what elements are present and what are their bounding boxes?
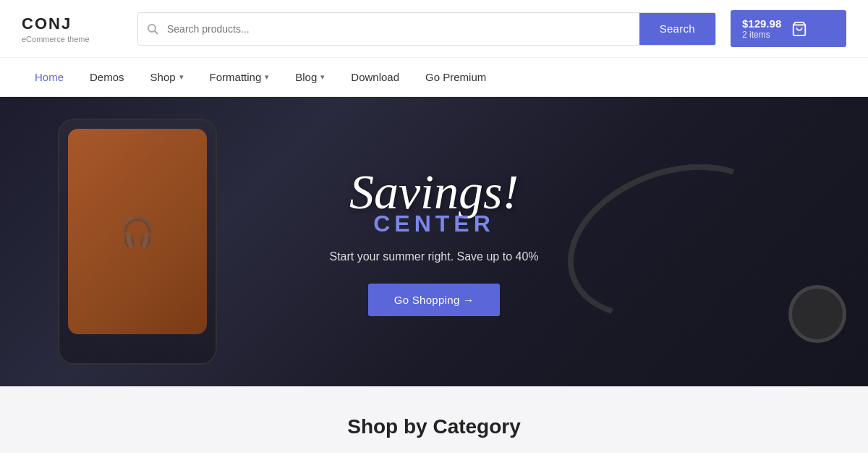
hero-phone-screen: 🎧 — [68, 129, 207, 334]
nav-item-formatting[interactable]: Formatting ▾ — [197, 58, 283, 96]
cart-price: $129.98 — [742, 17, 781, 30]
shop-category-section: Shop by Category — [0, 386, 868, 453]
cart-icon — [791, 21, 807, 37]
search-bar: Search — [137, 12, 716, 46]
nav-item-go-premium[interactable]: Go Premium — [412, 58, 499, 96]
header: CONJ eCommerce theme Search $129.98 2 it… — [0, 0, 868, 58]
nav-item-download[interactable]: Download — [338, 58, 412, 96]
hero-section: 🎧 Savings! CENTER Start your summer righ… — [0, 97, 868, 386]
cart-items-count: 2 items — [742, 30, 781, 40]
chevron-down-icon: ▾ — [179, 72, 184, 82]
logo: CONJ eCommerce theme — [22, 14, 123, 43]
search-input[interactable] — [167, 23, 639, 35]
hero-shop-button[interactable]: Go Shopping → — [368, 284, 501, 316]
main-nav: Home Demos Shop ▾ Formatting ▾ Blog ▾ Do… — [0, 58, 868, 97]
svg-line-1 — [155, 31, 158, 34]
headphone-icon: 🎧 — [119, 215, 156, 249]
headphone-earbud-decoration — [788, 285, 846, 343]
cart-info: $129.98 2 items — [742, 17, 781, 40]
logo-subtitle: eCommerce theme — [22, 35, 123, 43]
nav-item-demos[interactable]: Demos — [77, 58, 137, 96]
search-button[interactable]: Search — [639, 12, 715, 46]
hero-savings-text: Savings! — [329, 167, 538, 216]
search-icon — [138, 23, 167, 35]
shop-category-title: Shop by Category — [22, 415, 846, 438]
chevron-down-icon: ▾ — [265, 72, 269, 82]
svg-point-0 — [148, 25, 156, 32]
hero-phone-decoration: 🎧 — [58, 119, 217, 365]
hero-subtitle: Start your summer right. Save up to 40% — [329, 250, 538, 263]
hero-content: Savings! CENTER Start your summer right.… — [329, 167, 538, 316]
nav-item-home[interactable]: Home — [22, 58, 77, 96]
nav-item-shop[interactable]: Shop ▾ — [137, 58, 197, 96]
cart-widget[interactable]: $129.98 2 items — [731, 10, 846, 47]
nav-item-blog[interactable]: Blog ▾ — [282, 58, 338, 96]
chevron-down-icon: ▾ — [320, 72, 325, 82]
logo-title: CONJ — [22, 14, 123, 33]
